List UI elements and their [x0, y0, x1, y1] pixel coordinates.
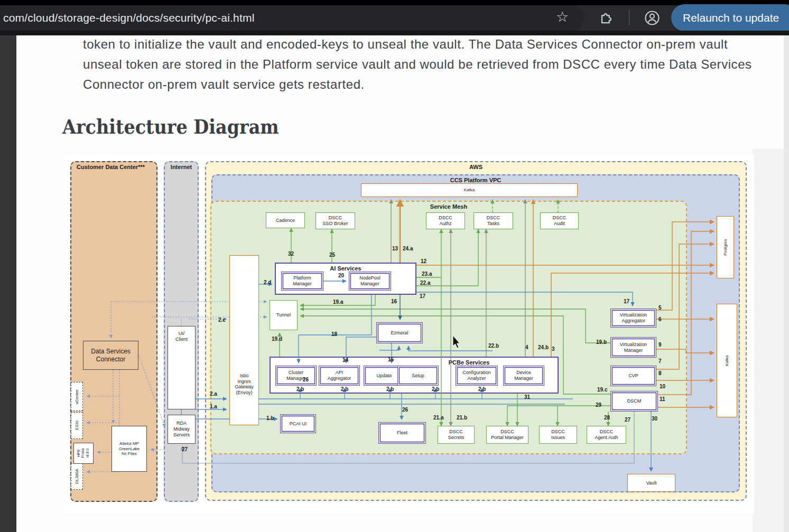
connector-number: 2.b [432, 386, 439, 392]
istio-ingres-gateway: Istio Ingres Gateway (Envoy) [229, 255, 259, 425]
rda-midway-servers: RDA Midway Servers [168, 415, 196, 444]
connector-number: 16 [391, 298, 397, 304]
connector-number: 4 [525, 344, 528, 350]
page-right-gutter [753, 149, 784, 532]
dl380a-label: DL380A [75, 469, 80, 484]
connector-number: 17 [420, 293, 425, 299]
dscc-audit: DSCC Audit [540, 212, 579, 229]
data-services-connector-label: Data Services Connector [91, 348, 131, 363]
connector-number: 30 [652, 416, 657, 422]
device-manager: Device Manager [503, 366, 544, 386]
dscc-agent-auth: DSCC Agent Auth [587, 426, 626, 444]
kafka-bar-label: Kafka [464, 188, 475, 193]
connector-number: 22.b [488, 343, 499, 349]
cadence: Cadence [266, 212, 305, 228]
architecture-diagram: Customer Data Center***InternetAWSCCS Pl… [62, 155, 754, 514]
connector-number: 29 [596, 402, 601, 408]
mouse-cursor [453, 335, 460, 348]
connector-number: 5 [658, 305, 662, 311]
connector-number: 23.a [422, 271, 432, 277]
connector-number: 7 [658, 358, 662, 364]
fleet: Fleet [378, 422, 426, 444]
vcenter: vCenter [71, 382, 83, 411]
kafka-vertical: Kafka [717, 304, 737, 417]
connector-number: 2.b [478, 386, 486, 392]
tunnel: Tunnel [270, 300, 298, 330]
connector-number: 32 [288, 251, 294, 257]
dscc-authz-label: DSCC Authz [439, 215, 452, 227]
connector-number: 3 [552, 346, 555, 352]
update-label: Update [376, 373, 392, 379]
url-text[interactable]: com/cloud/storage-design/docs/security/p… [3, 12, 255, 24]
chrome-separator [629, 10, 629, 25]
relaunch-button[interactable]: Relaunch to update [671, 4, 789, 31]
connector-number: 14 [342, 357, 348, 363]
dscc-tasks: DSCC Tasks [474, 212, 513, 229]
connector-number: 8 [658, 370, 662, 376]
ezmeral: Ezmeral [376, 322, 423, 343]
dscc-authz: DSCC Authz [426, 212, 465, 229]
configuration-analyzer: Configuration Analyzer [456, 366, 498, 386]
dscc-portal-manager-label: DSCC Portal Manager [491, 429, 524, 441]
kafka-bar: Kafka [361, 183, 578, 197]
dscm-label: DSCM [627, 398, 642, 404]
alletra-mp-greenlake-label: Alletra MP GreenLake for Files [119, 441, 140, 456]
connector-number: 27 [182, 446, 188, 452]
dscc-issues: DSCC Issues [539, 426, 577, 444]
dscc-portal-manager: DSCC Portal Manager [486, 426, 528, 444]
cvp-label: CVP [628, 373, 638, 379]
scrollbar-track[interactable] [784, 35, 789, 532]
section-heading: Architecture Diagram [62, 115, 279, 138]
vcenter-label: vCenter [75, 389, 80, 404]
paragraph-line: Connector on-prem vault service gets res… [83, 77, 365, 92]
profile-icon[interactable] [644, 10, 661, 26]
esxi: ESXi [71, 412, 83, 439]
cadence-label: Cadence [276, 218, 295, 223]
connector-number: 26 [303, 377, 309, 382]
setup: Setup [397, 366, 439, 386]
chrome-bottom-edge [0, 31, 789, 35]
connector-number: 19.c [597, 387, 607, 393]
connector-number: 31 [524, 394, 530, 400]
device-manager-label: Device Manager [514, 370, 533, 381]
browser-chrome: com/cloud/storage-design/docs/security/p… [0, 0, 789, 35]
pcai-ui-label: PCAI UI [290, 421, 307, 427]
platform-manager-label: Platform Manager [293, 275, 312, 287]
connector-number: 1.a [210, 404, 217, 409]
postgres: Postgres [717, 216, 734, 278]
page-content: token to initialize the vault and encode… [0, 35, 789, 532]
connector-number: 24.a [403, 246, 413, 251]
page-left-edge [0, 35, 16, 532]
url-bar[interactable]: com/cloud/storage-design/docs/security/p… [0, 5, 584, 31]
api-aggregator: API Aggregator [319, 366, 360, 386]
ui-client-label: UI/ Client [175, 331, 188, 342]
connector-number: 6 [658, 316, 662, 322]
connector-number: 25 [329, 252, 335, 258]
paragraph-line: token to initialize the vault and encode… [83, 37, 728, 52]
connector-number: 19.d [272, 336, 282, 342]
cvp: CVP [610, 366, 656, 386]
connector-number: 21.b [457, 415, 467, 421]
configuration-analyzer-label: Configuration Analyzer [462, 370, 491, 381]
extensions-icon[interactable] [599, 10, 615, 25]
connector-number: 2.b [296, 386, 304, 392]
postgres-label: Postgres [723, 239, 728, 256]
connector-number: 13 [392, 246, 398, 251]
ui-client: UI/ Client [168, 326, 196, 409]
bookmark-star-icon[interactable]: ☆ [556, 8, 569, 25]
vault: Vault [627, 474, 675, 492]
dscc-secrets: DSCC Secrets [438, 426, 475, 444]
istio-ingres-gateway-label: Istio Ingres Gateway (Envoy) [235, 373, 254, 396]
dscc-tasks-label: DSCC Tasks [487, 215, 500, 227]
connector-number: 9 [658, 342, 662, 348]
dscc-sso-broker: DSCC SSO Broker [315, 212, 355, 229]
kafka-vertical-label: Kafka [725, 355, 730, 366]
virtualization-aggregator-label: Virtualization Aggregator [620, 312, 647, 324]
connector-number: 24.b [538, 344, 549, 350]
connector-number: 18 [331, 331, 337, 337]
connector-number: 20 [338, 273, 344, 278]
dscc-agent-auth-label: DSCC Agent Auth [595, 429, 618, 441]
virtualization-manager-label: Virtualization Manager [620, 342, 647, 353]
connector-number: 28 [604, 415, 610, 421]
dscc-sso-broker-label: DSCC SSO Broker [322, 215, 348, 227]
